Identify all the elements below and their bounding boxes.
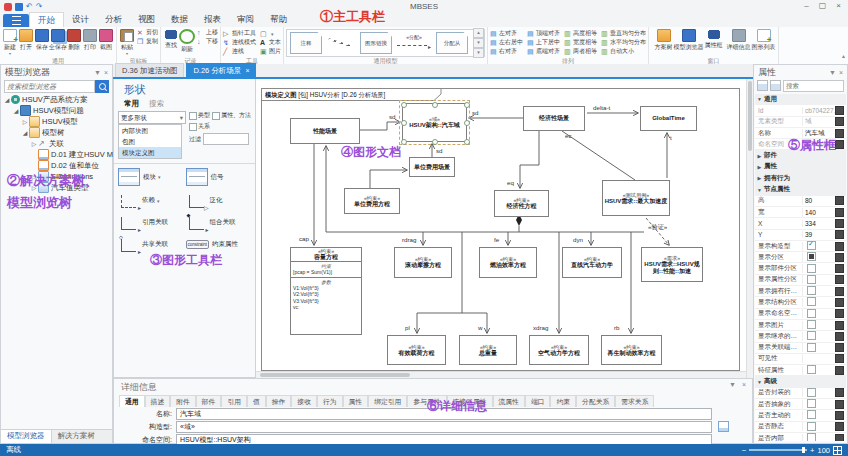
tree-item[interactable]: ▷SIDefinitions <box>1 171 112 182</box>
button-连线[interactable]: 连线 <box>223 47 256 56</box>
shape-tool-模块[interactable]: 模块▾ <box>118 168 186 186</box>
shape-tool-依赖[interactable]: 依赖▾ <box>118 193 186 208</box>
button-全保存[interactable]: 全保存 <box>51 28 66 52</box>
property-row-Id[interactable]: Idcb704227… <box>755 105 846 116</box>
diagram-edge[interactable] <box>520 131 539 188</box>
property-value[interactable] <box>803 331 835 341</box>
property-value[interactable]: 域 <box>803 117 835 126</box>
button-右对齐[interactable]: 右对齐 <box>490 47 523 56</box>
diagram-node-tw-eq[interactable]: «约束»总重量 <box>459 335 517 365</box>
details-tab-行为[interactable]: 行为 <box>317 395 343 407</box>
shape-tool-组合关联[interactable]: 组合关联 <box>186 215 254 230</box>
fit-page-icon[interactable] <box>833 446 842 455</box>
diagram-node-auto[interactable]: «域»HSUV架构::汽车域 <box>402 103 467 142</box>
minimize-button[interactable]: – <box>799 0 814 12</box>
row-options-button[interactable] <box>835 208 844 217</box>
edit-stereotype-icon[interactable] <box>718 421 729 432</box>
checkbox-icon[interactable] <box>807 331 816 340</box>
shape-tool-约束属性[interactable]: constraint约束属性 <box>186 237 254 252</box>
button-打开[interactable]: 打开 <box>19 28 34 52</box>
tree-expander-icon[interactable]: ▷ <box>21 118 29 125</box>
row-options-button[interactable] <box>835 332 844 341</box>
button-方案树[interactable]: 方案树 <box>652 28 676 52</box>
details-tab-部件[interactable]: 部件 <box>196 395 222 407</box>
checkbox-icon[interactable] <box>807 399 816 408</box>
property-value[interactable] <box>803 252 835 262</box>
close-tab-icon[interactable]: × <box>245 67 249 74</box>
row-options-button[interactable] <box>835 275 844 284</box>
property-row-显示拥有行…[interactable]: 显示拥有行… <box>755 286 846 297</box>
tree-expander-icon[interactable]: ◢ <box>12 107 20 114</box>
button-宽度相等[interactable]: 宽度相等 <box>564 38 597 47</box>
diagram-node-cap-eq[interactable]: «约束»容量方程约束[pcap = Sum(V1)]参数V1:Vol{ft^3}… <box>290 247 362 335</box>
filter-checkbox-属性、方法[interactable]: 属性、方法 <box>212 111 251 120</box>
details-tab-分配关系[interactable]: 分配关系 <box>576 395 615 407</box>
property-section-拥有行为[interactable]: ▶拥有行为 <box>755 173 846 184</box>
maximize-button[interactable]: ▢ <box>815 0 830 12</box>
close-icon[interactable]: × <box>104 69 108 76</box>
field-input-名称:[interactable] <box>176 408 712 420</box>
gallery-item-注释[interactable]: 注释 <box>290 32 322 54</box>
search-button[interactable] <box>95 80 109 93</box>
button-模型浏览器[interactable]: 模型浏览器 <box>677 28 701 52</box>
button-顶端对齐[interactable]: 顶端对齐 <box>527 29 560 38</box>
button-上移[interactable]: 上移 <box>197 28 218 37</box>
button-底端对齐[interactable]: 底端对齐 <box>527 47 560 56</box>
diagram-type-内部块图[interactable]: 内部块图 <box>119 125 181 136</box>
tree-item[interactable]: D.02 值和单位 <box>1 160 112 171</box>
button-粘贴[interactable]: 粘贴▾ <box>120 28 135 55</box>
row-options-button[interactable] <box>835 106 844 115</box>
row-options-button[interactable] <box>835 253 844 262</box>
tree-expander-icon[interactable]: ▷ <box>30 173 38 180</box>
property-row-是否静态[interactable]: 是否静态 <box>755 422 846 433</box>
details-tab-操作[interactable]: 操作 <box>266 395 292 407</box>
property-value[interactable] <box>803 275 835 285</box>
property-row-显示结构分区[interactable]: 显示结构分区 <box>755 297 846 308</box>
tree-expander-icon[interactable]: ◢ <box>21 129 29 136</box>
more-shapes-dropdown[interactable]: 更多形状▾ <box>118 111 186 124</box>
row-options-button[interactable] <box>835 321 844 330</box>
details-tab-描述[interactable]: 描述 <box>145 395 171 407</box>
button-下移[interactable]: 下移 <box>197 37 218 46</box>
property-row-元素类型[interactable]: 元素类型域 <box>755 117 846 128</box>
selection-handle[interactable] <box>464 102 470 108</box>
checkbox-icon[interactable] <box>807 388 816 397</box>
diagram-node-econ-scene[interactable]: 经济性场景 <box>523 106 585 131</box>
property-row-名称[interactable]: 名称汽车域 <box>755 128 846 139</box>
row-options-button[interactable] <box>835 411 844 420</box>
tree-item[interactable]: ▷汽车值类型 <box>1 182 112 193</box>
ribbon-tab-视图[interactable]: 视图 <box>130 12 163 26</box>
property-value[interactable] <box>803 365 835 375</box>
button-自动大小[interactable]: 自动大小 <box>601 47 646 56</box>
checkbox-icon[interactable] <box>807 252 816 261</box>
diagram-node-unit-scene[interactable]: 单位费用场景 <box>409 157 455 177</box>
property-row-命名空间[interactable]: 命名空间HSUV模型… <box>755 139 846 150</box>
filter-input[interactable] <box>203 133 249 145</box>
property-row-显示图片[interactable]: 显示图片 <box>755 320 846 331</box>
close-icon[interactable]: × <box>839 69 843 76</box>
ribbon-tab-数据[interactable]: 数据 <box>163 12 196 26</box>
dock-tab-解决方案树[interactable]: 解决方案树 <box>52 430 102 443</box>
property-row-Y[interactable]: Y39 <box>755 230 846 241</box>
checkbox-icon[interactable] <box>807 422 816 431</box>
details-tab-附件[interactable]: 附件 <box>170 395 196 407</box>
tree-item[interactable]: ▷关联 <box>1 138 112 149</box>
selection-handle[interactable] <box>401 102 407 108</box>
diagram-node-dyn-eq[interactable]: «约束»直线汽车动力学 <box>562 247 622 278</box>
horizontal-scrollbar[interactable] <box>256 371 746 378</box>
model-search-input[interactable] <box>4 80 95 93</box>
button-水平均匀分布[interactable]: 水平均匀分布 <box>601 38 646 47</box>
button-截图[interactable]: 截图 <box>99 28 114 52</box>
details-tab-连接器属性[interactable]: 连接器属性 <box>447 395 493 407</box>
vertical-scrollbar[interactable] <box>746 79 753 378</box>
diagram-node-unit-eq[interactable]: «约束»单位费用方程 <box>344 188 400 214</box>
checkbox-icon[interactable] <box>807 410 816 419</box>
row-options-button[interactable] <box>835 366 844 375</box>
property-value[interactable]: HSUV模型… <box>803 140 835 149</box>
details-tab-接收[interactable]: 接收 <box>291 395 317 407</box>
property-row-显示属性分区[interactable]: 显示属性分区 <box>755 275 846 286</box>
property-row-是否抽象的[interactable]: 是否抽象的 <box>755 399 846 410</box>
property-section-节点属性[interactable]: ▼节点属性 <box>755 184 846 195</box>
row-options-button[interactable] <box>835 264 844 273</box>
row-options-button[interactable] <box>835 388 844 397</box>
